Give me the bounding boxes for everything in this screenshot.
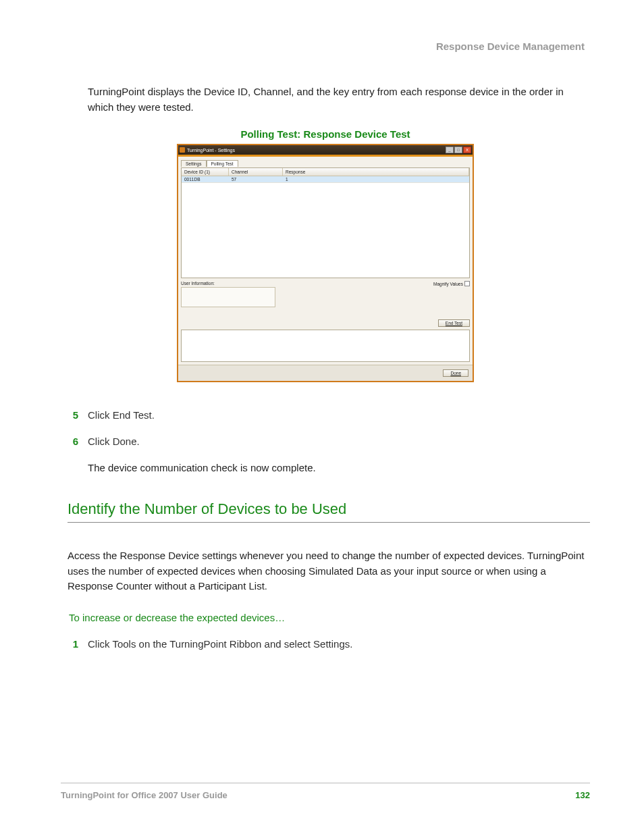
tab-polling-test[interactable]: Polling Test [207, 160, 238, 167]
settings-window: TurningPoint - Settings _ □ X Settings P… [177, 144, 474, 382]
window-title: TurningPoint - Settings [187, 148, 235, 153]
step-5: 5 Click End Test. [61, 409, 590, 421]
procedure-subheading: To increase or decrease the expected dev… [69, 612, 590, 623]
window-controls: _ □ X [446, 147, 471, 153]
section-heading: Identify the Number of Devices to be Use… [68, 500, 590, 518]
footer-title: TurningPoint for Office 2007 User Guide [61, 790, 227, 800]
step-text: Click End Test. [88, 409, 155, 421]
step-1: 1 Click Tools on the TurningPoint Ribbon… [61, 638, 590, 650]
magnify-values-option: Magnify Values [433, 281, 470, 286]
table-header: Device ID (1) Channel Response [182, 168, 469, 176]
step-6: 6 Click Done. [61, 436, 590, 447]
user-information-box [181, 287, 275, 307]
step-number: 5 [61, 409, 88, 421]
page-number: 132 [575, 790, 590, 800]
running-header: Response Device Management [61, 41, 590, 52]
step-number: 6 [61, 436, 88, 447]
polling-test-panel: Device ID (1) Channel Response 0011DB 57… [181, 167, 470, 278]
table-body: 0011DB 57 1 [182, 176, 469, 278]
intro-paragraph: TurningPoint displays the Device ID, Cha… [88, 84, 590, 115]
magnify-values-checkbox[interactable] [464, 281, 470, 286]
step-text: Click Tools on the TurningPoint Ribbon a… [88, 638, 352, 650]
user-information-section: User Information: [181, 281, 275, 307]
cell-device-id: 0011DB [182, 176, 229, 182]
col-response[interactable]: Response [283, 168, 469, 176]
dialog-button-bar: Done [178, 365, 473, 381]
window-titlebar: TurningPoint - Settings _ □ X [178, 145, 473, 155]
screenshot-container: TurningPoint - Settings _ □ X Settings P… [61, 144, 590, 382]
done-button[interactable]: Done [443, 369, 468, 377]
lower-panel [181, 330, 470, 362]
section-paragraph: Access the Response Device settings when… [68, 548, 590, 594]
completion-text: The device communication check is now co… [88, 462, 590, 473]
tab-strip: Settings Polling Test [181, 159, 470, 166]
user-information-label: User Information: [181, 281, 215, 286]
col-channel[interactable]: Channel [229, 168, 283, 176]
app-icon [180, 147, 185, 153]
col-device-id[interactable]: Device ID (1) [182, 168, 229, 176]
tab-settings[interactable]: Settings [181, 160, 207, 167]
step-text: Click Done. [88, 436, 140, 447]
section-divider [68, 522, 590, 523]
minimize-button[interactable]: _ [446, 147, 454, 153]
magnify-values-label: Magnify Values [433, 282, 463, 286]
cell-channel: 57 [229, 176, 283, 182]
cell-response: 1 [283, 176, 469, 182]
table-row[interactable]: 0011DB 57 1 [182, 176, 469, 183]
figure-caption: Polling Test: Response Device Test [61, 128, 590, 140]
page-footer: TurningPoint for Office 2007 User Guide … [61, 783, 590, 800]
close-button[interactable]: X [463, 147, 471, 153]
maximize-button[interactable]: □ [454, 147, 462, 153]
end-test-button[interactable]: End Test [438, 319, 470, 327]
step-number: 1 [61, 638, 88, 650]
